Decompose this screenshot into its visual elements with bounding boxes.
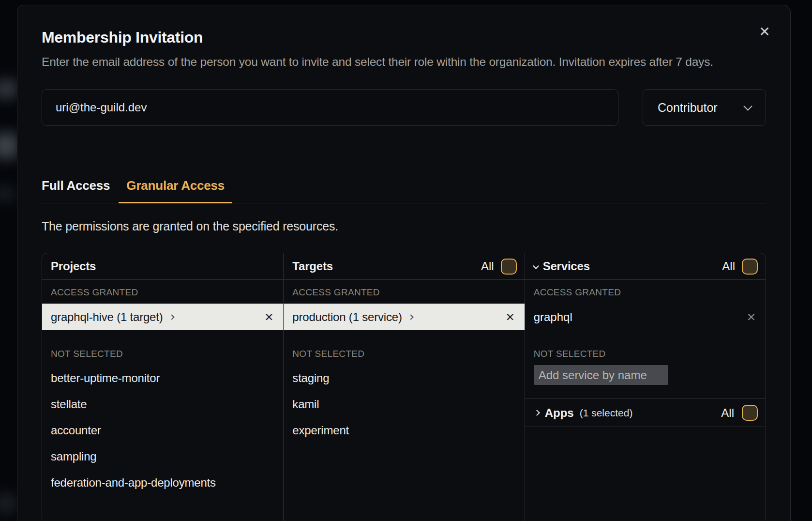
background-blur-fragment	[0, 494, 16, 513]
chevron-right-icon	[169, 314, 174, 320]
project-item[interactable]: sampling	[42, 444, 283, 470]
targets-granted-label: ACCESS GRANTED	[284, 287, 524, 298]
remove-service-icon[interactable]: ✕	[747, 311, 756, 323]
projects-not-selected-label: NOT SELECTED	[42, 349, 283, 359]
invite-row: Contributor	[42, 89, 766, 126]
chevron-down-icon	[743, 102, 752, 110]
projects-title: Projects	[51, 260, 96, 273]
access-tabs: Full Access Granular Access	[42, 178, 766, 203]
project-item[interactable]: accounter	[42, 417, 283, 444]
target-item[interactable]: staging	[284, 365, 524, 391]
background-blur-fragment	[0, 80, 17, 98]
apps-label: Apps	[545, 406, 574, 420]
service-granted-row[interactable]: graphql ✕	[525, 304, 766, 330]
project-item[interactable]: stellate	[42, 391, 283, 417]
chevron-right-icon	[408, 314, 413, 320]
background-blur-fragment	[0, 186, 15, 201]
services-all-label: All	[722, 260, 735, 273]
resources-table: Projects ACCESS GRANTED graphql-hive (1 …	[42, 253, 766, 521]
membership-invitation-modal: ✕ Membership Invitation Enter the email …	[17, 5, 791, 521]
chevron-down-icon	[533, 263, 539, 269]
project-item[interactable]: federation-and-app-deployments	[42, 470, 283, 496]
targets-column: Targets All ACCESS GRANTED production (1…	[283, 253, 524, 521]
services-title: Services	[543, 260, 590, 273]
target-granted-name: production (1 service)	[292, 310, 402, 324]
services-section: ACCESS GRANTED graphql ✕ NOT SELECTED	[525, 280, 766, 399]
chevron-right-icon	[534, 410, 540, 416]
apps-all-checkbox[interactable]	[742, 405, 758, 421]
email-input[interactable]	[42, 89, 618, 126]
projects-granted-label: ACCESS GRANTED	[42, 287, 283, 298]
targets-all-checkbox[interactable]	[501, 259, 517, 275]
role-select-value: Contributor	[658, 101, 718, 115]
services-all-checkbox[interactable]	[742, 259, 758, 275]
targets-not-selected-list: staging kamil experiment	[284, 365, 524, 444]
targets-all-label: All	[481, 260, 494, 273]
projects-column: Projects ACCESS GRANTED graphql-hive (1 …	[42, 253, 283, 521]
targets-title: Targets	[292, 260, 333, 273]
projects-not-selected-list: better-uptime-monitor stellate accounter…	[42, 365, 283, 496]
targets-not-selected-label: NOT SELECTED	[284, 349, 524, 359]
remove-target-icon[interactable]: ✕	[506, 311, 515, 323]
services-granted-label: ACCESS GRANTED	[525, 287, 766, 298]
tab-full-access[interactable]: Full Access	[34, 178, 118, 203]
remove-project-icon[interactable]: ✕	[264, 311, 273, 323]
targets-header: Targets All	[284, 253, 524, 280]
target-granted-row[interactable]: production (1 service) ✕	[284, 304, 524, 330]
modal-title: Membership Invitation	[42, 29, 766, 46]
add-service-input[interactable]	[534, 365, 668, 385]
permissions-note: The permissions are granted on the speci…	[42, 219, 766, 233]
project-item[interactable]: better-uptime-monitor	[42, 365, 283, 391]
apps-count: (1 selected)	[580, 407, 633, 419]
tab-granular-access[interactable]: Granular Access	[119, 178, 232, 203]
role-select[interactable]: Contributor	[643, 89, 766, 126]
apps-all-label: All	[721, 406, 734, 420]
project-granted-name: graphql-hive (1 target)	[51, 310, 163, 324]
target-item[interactable]: kamil	[284, 391, 524, 417]
apps-row[interactable]: Apps (1 selected) All	[525, 399, 766, 427]
services-not-selected-label: NOT SELECTED	[525, 349, 766, 359]
background-blur-fragment	[0, 133, 18, 158]
close-icon: ✕	[759, 24, 770, 40]
services-column: Services All ACCESS GRANTED graphql ✕ NO…	[525, 253, 766, 521]
target-item[interactable]: experiment	[284, 417, 524, 444]
project-granted-row[interactable]: graphql-hive (1 target) ✕	[42, 304, 283, 330]
services-header[interactable]: Services All	[525, 253, 766, 280]
close-button[interactable]: ✕	[756, 24, 773, 40]
modal-description: Enter the email address of the person yo…	[42, 53, 729, 71]
service-granted-name: graphql	[534, 310, 572, 324]
projects-header: Projects	[42, 253, 283, 280]
